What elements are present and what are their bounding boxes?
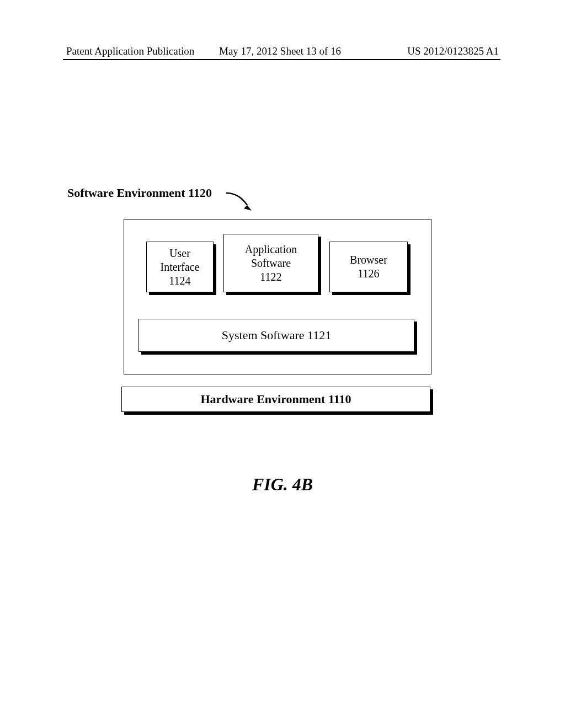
pointer-arrow-icon bbox=[225, 189, 258, 216]
software-environment-label: Software Environment 1120 bbox=[67, 186, 212, 200]
header-divider bbox=[63, 59, 500, 60]
user-interface-box: UserInterface1124 bbox=[146, 242, 214, 292]
system-software-text: System Software 1121 bbox=[139, 328, 414, 343]
browser-text: Browser1126 bbox=[330, 253, 407, 281]
browser-box: Browser1126 bbox=[329, 242, 408, 292]
svg-marker-0 bbox=[244, 205, 252, 211]
header-publication-type: Patent Application Publication bbox=[66, 45, 194, 57]
figure-caption: FIG. 4B bbox=[0, 474, 565, 495]
hardware-environment-box: Hardware Environment 1110 bbox=[121, 387, 430, 412]
system-software-box: System Software 1121 bbox=[138, 319, 414, 352]
application-software-text: ApplicationSoftware1122 bbox=[224, 243, 318, 284]
header-date-sheet: May 17, 2012 Sheet 13 of 16 bbox=[219, 45, 341, 57]
hardware-environment-text: Hardware Environment 1110 bbox=[201, 392, 351, 406]
software-environment-box: UserInterface1124 ApplicationSoftware112… bbox=[124, 219, 431, 374]
software-top-row: UserInterface1124 ApplicationSoftware112… bbox=[124, 234, 431, 295]
header-publication-number: US 2012/0123825 A1 bbox=[407, 45, 499, 57]
user-interface-text: UserInterface1124 bbox=[147, 247, 213, 288]
application-software-box: ApplicationSoftware1122 bbox=[223, 234, 318, 292]
